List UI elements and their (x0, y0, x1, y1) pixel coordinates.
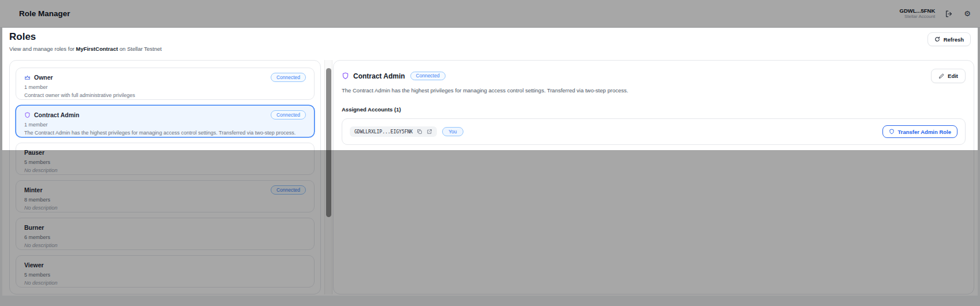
role-member-count: 8 members (24, 197, 306, 203)
role-name: Viewer (24, 262, 44, 268)
pencil-icon (938, 73, 944, 79)
role-name: Owner (34, 74, 53, 81)
role-detail-panel: Contract Admin Connected Edit The Contra… (333, 60, 974, 294)
role-description: No description (24, 280, 306, 286)
role-member-count: 5 members (24, 272, 306, 278)
logout-icon (945, 10, 953, 18)
role-description: No description (24, 167, 306, 173)
role-card[interactable]: Burner 6 members No description (16, 218, 315, 250)
role-member-count: 1 member (24, 84, 306, 90)
main-content: Roles View and manage roles for MyFirstC… (2, 28, 978, 296)
role-description: No description (24, 242, 306, 248)
shield-icon (24, 112, 31, 118)
detail-role-title: Contract Admin (353, 72, 405, 80)
app-title: Role Manager (19, 9, 70, 18)
transfer-label: Transfer Admin Role (897, 129, 951, 135)
copy-address-button[interactable] (417, 129, 422, 135)
you-badge: You (442, 127, 463, 136)
external-link-icon (427, 129, 432, 135)
role-description: The Contract Admin has the highest privi… (24, 130, 306, 136)
assigned-account-row: GDWLLRXLIP...EIGY5FNK You (342, 118, 966, 145)
connected-badge: Connected (410, 72, 446, 80)
logout-button[interactable] (944, 9, 954, 19)
page-subtitle: View and manage roles for MyFirstContrac… (9, 46, 162, 52)
role-list-panel: Owner Connected 1 member Contract owner … (9, 60, 321, 294)
transfer-shield-icon (889, 129, 895, 135)
scrollbar-thumb[interactable] (326, 68, 331, 217)
transfer-admin-role-button[interactable]: Transfer Admin Role (882, 125, 957, 138)
gear-icon: ⚙ (964, 9, 971, 18)
role-name: Contract Admin (34, 111, 79, 118)
open-explorer-button[interactable] (427, 129, 432, 135)
role-member-count: 1 member (24, 122, 306, 128)
refresh-icon (934, 36, 940, 42)
contract-name: MyFirstContract (76, 46, 118, 52)
role-member-count: 6 members (24, 234, 306, 240)
role-description: Contract owner with full administrative … (24, 92, 306, 98)
settings-button[interactable]: ⚙ (963, 8, 972, 19)
subtitle-middle: on (118, 46, 127, 52)
connected-badge: Connected (271, 185, 306, 194)
role-member-count: 5 members (24, 159, 306, 165)
copy-icon (417, 129, 422, 135)
refresh-label: Refresh (944, 36, 964, 43)
crown-icon (24, 74, 31, 81)
role-name: Minter (24, 186, 43, 193)
refresh-button[interactable]: Refresh (927, 32, 971, 46)
edit-button[interactable]: Edit (931, 69, 966, 83)
shield-icon (342, 72, 349, 80)
role-name: Burner (24, 224, 44, 231)
assigned-accounts-label: Assigned Accounts (1) (342, 106, 966, 113)
edit-label: Edit (948, 73, 958, 79)
connected-badge: Connected (271, 110, 306, 119)
role-card[interactable]: Contract Admin Connected 1 member The Co… (16, 105, 315, 137)
role-card[interactable]: Owner Connected 1 member Contract owner … (16, 68, 315, 100)
connected-badge: Connected (271, 73, 306, 81)
account-address-chip: GDWLLRXLIP...EIGY5FNK (350, 126, 437, 137)
role-card[interactable]: Minter Connected 8 members No descriptio… (16, 180, 315, 212)
role-description: No description (24, 205, 306, 211)
role-list-scrollbar[interactable] (324, 60, 332, 294)
dim-overlay-right-edge (978, 28, 980, 150)
account-short-address: GDWL...5FNK (900, 8, 936, 14)
account-type-label: Stellar Account (900, 14, 936, 20)
page-title: Roles (9, 31, 36, 43)
role-list: Owner Connected 1 member Contract owner … (16, 68, 315, 288)
detail-role-description: The Contract Admin has the highest privi… (342, 87, 966, 94)
role-card[interactable]: Pauser 5 members No description (16, 143, 315, 175)
account-address: GDWLLRXLIP...EIGY5FNK (354, 129, 413, 135)
top-navbar: Role Manager GDWL...5FNK Stellar Account… (0, 0, 980, 28)
account-info: GDWL...5FNK Stellar Account (900, 8, 936, 20)
network-name: Stellar Testnet (127, 46, 162, 52)
role-name: Pauser (24, 149, 44, 156)
role-card[interactable]: Viewer 5 members No description (16, 255, 315, 288)
subtitle-prefix: View and manage roles for (9, 46, 76, 52)
